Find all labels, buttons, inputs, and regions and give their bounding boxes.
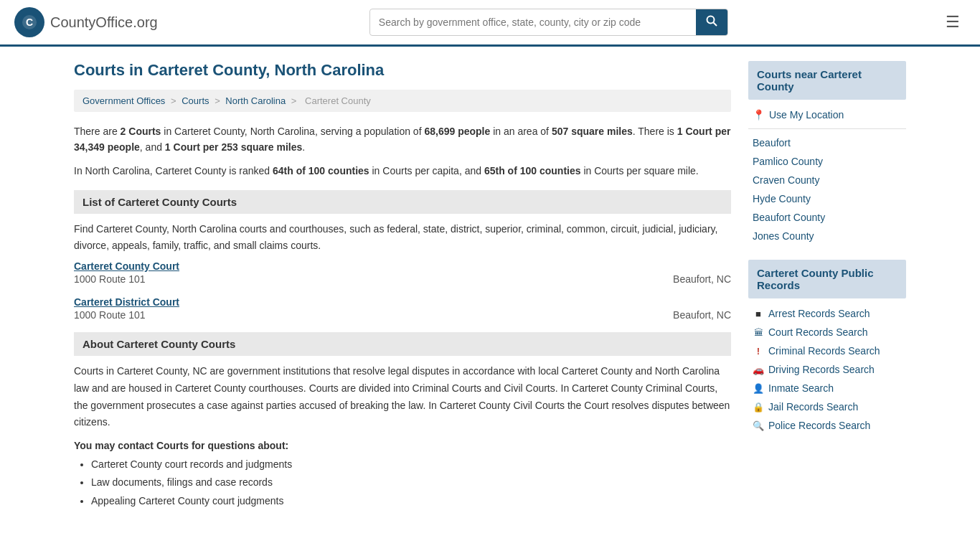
contact-header: You may contact Courts for questions abo… xyxy=(74,440,731,451)
arrest-records-link[interactable]: Arrest Records Search xyxy=(768,308,870,319)
use-location-link[interactable]: Use My Location xyxy=(769,109,844,121)
court-name-2[interactable]: Carteret District Court xyxy=(74,296,731,308)
court-address-2: 1000 Route 101 xyxy=(74,309,146,321)
court-item-1: Carteret County Court 1000 Route 101 Bea… xyxy=(74,260,731,285)
menu-button[interactable]: ☰ xyxy=(940,10,966,34)
contact-item-2: Appealing Carteret County court judgment… xyxy=(91,492,731,510)
nearby-link-hyde[interactable]: Hyde County xyxy=(753,193,811,204)
divider-1 xyxy=(748,128,906,129)
arrest-icon: ■ xyxy=(753,309,764,319)
logo-area: C CountyOffice.org xyxy=(14,7,158,37)
criminal-icon: ! xyxy=(753,346,764,357)
header-right: ☰ xyxy=(940,10,966,34)
rank-sqmi: 65th of 100 counties xyxy=(484,165,581,176)
population: 68,699 people xyxy=(424,126,490,137)
contact-list: Carteret County court records and judgme… xyxy=(74,456,731,510)
area: 507 square miles xyxy=(552,126,633,137)
nearby-link-pamlico[interactable]: Pamlico County xyxy=(753,156,823,167)
police-icon: 🔍 xyxy=(753,420,764,431)
nearby-link-beaufort[interactable]: Beaufort xyxy=(753,137,791,149)
criminal-records-link[interactable]: Criminal Records Search xyxy=(768,345,880,357)
list-description: Find Carteret County, North Carolina cou… xyxy=(74,221,731,253)
sidebar-nearby: Courts near Carteret County 📍 Use My Loc… xyxy=(748,61,906,245)
sidebar-records-court: 🏛 Court Records Search xyxy=(748,323,906,342)
sidebar-records: Carteret County Public Records ■ Arrest … xyxy=(748,260,906,435)
court-address-1: 1000 Route 101 xyxy=(74,273,146,285)
description-1: There are 2 Courts in Carteret County, N… xyxy=(74,123,731,156)
use-location[interactable]: 📍 Use My Location xyxy=(748,105,906,124)
nearby-link-craven[interactable]: Craven County xyxy=(753,174,819,186)
court-name-1[interactable]: Carteret County Court xyxy=(74,260,731,272)
content-area: Courts in Carteret County, North Carolin… xyxy=(74,61,731,510)
about-section-header: About Carteret County Courts xyxy=(74,332,731,356)
sidebar-item-beaufort-county: Beaufort County xyxy=(748,208,906,227)
logo-text: CountyOffice.org xyxy=(50,14,158,31)
svg-text:C: C xyxy=(26,17,33,28)
jail-icon: 🔒 xyxy=(753,402,764,413)
court-location-2: Beaufort, NC xyxy=(673,309,731,321)
breadcrumb: Government Offices > Courts > North Caro… xyxy=(74,90,731,112)
sidebar-item-beaufort: Beaufort xyxy=(748,133,906,152)
driving-icon: 🚗 xyxy=(753,364,764,375)
sidebar-item-pamlico: Pamlico County xyxy=(748,152,906,171)
list-section-header: List of Carteret County Courts xyxy=(74,190,731,214)
breadcrumb-courts[interactable]: Courts xyxy=(182,95,209,106)
police-records-link[interactable]: Police Records Search xyxy=(768,420,870,431)
court-icon: 🏛 xyxy=(753,327,764,338)
sidebar-records-title: Carteret County Public Records xyxy=(748,260,906,298)
sidebar-records-arrest: ■ Arrest Records Search xyxy=(748,304,906,323)
sidebar-records-criminal: ! Criminal Records Search xyxy=(748,342,906,360)
rank-capita: 64th of 100 counties xyxy=(273,165,369,176)
sidebar-records-inmate: 👤 Inmate Search xyxy=(748,379,906,397)
sidebar-records-jail: 🔒 Jail Records Search xyxy=(748,397,906,416)
court-details-1: 1000 Route 101 Beaufort, NC xyxy=(74,273,731,285)
sidebar-item-hyde: Hyde County xyxy=(748,189,906,208)
breadcrumb-county: Carteret County xyxy=(305,95,371,106)
court-details-2: 1000 Route 101 Beaufort, NC xyxy=(74,309,731,321)
court-item-2: Carteret District Court 1000 Route 101 B… xyxy=(74,296,731,321)
per-sqmi: 1 Court per 253 square miles xyxy=(165,141,302,153)
court-location-1: Beaufort, NC xyxy=(673,273,731,285)
breadcrumb-gov[interactable]: Government Offices xyxy=(83,95,165,106)
jail-records-link[interactable]: Jail Records Search xyxy=(768,401,858,413)
page-title: Courts in Carteret County, North Carolin… xyxy=(74,61,731,80)
about-text: Courts in Carteret County, NC are govern… xyxy=(74,363,731,431)
nearby-link-beaufort-county[interactable]: Beaufort County xyxy=(753,212,825,223)
search-input[interactable] xyxy=(370,11,696,34)
description-2: In North Carolina, Carteret County is ra… xyxy=(74,163,731,179)
logo-icon: C xyxy=(14,7,44,37)
contact-item-0: Carteret County court records and judgme… xyxy=(91,456,731,474)
search-bar xyxy=(369,9,728,36)
location-pin-icon: 📍 xyxy=(753,109,765,121)
site-header: C CountyOffice.org ☰ xyxy=(0,0,980,47)
sidebar-item-jones: Jones County xyxy=(748,227,906,245)
inmate-icon: 👤 xyxy=(753,383,764,394)
main-container: Courts in Carteret County, North Carolin… xyxy=(60,47,920,524)
sidebar-nearby-title: Courts near Carteret County xyxy=(748,61,906,100)
sidebar-records-police: 🔍 Police Records Search xyxy=(748,416,906,435)
sidebar-records-driving: 🚗 Driving Records Search xyxy=(748,360,906,379)
inmate-search-link[interactable]: Inmate Search xyxy=(768,382,834,394)
court-records-link[interactable]: Court Records Search xyxy=(768,326,868,338)
courts-count: 2 Courts xyxy=(121,126,161,137)
sidebar-item-craven: Craven County xyxy=(748,171,906,189)
svg-line-4 xyxy=(713,23,717,27)
nearby-link-jones[interactable]: Jones County xyxy=(753,230,814,242)
breadcrumb-nc[interactable]: North Carolina xyxy=(225,95,286,106)
sidebar: Courts near Carteret County 📍 Use My Loc… xyxy=(748,61,906,510)
svg-point-3 xyxy=(707,17,714,24)
driving-records-link[interactable]: Driving Records Search xyxy=(768,364,875,375)
contact-item-1: Law documents, filings and case records xyxy=(91,474,731,491)
search-button[interactable] xyxy=(696,9,727,35)
